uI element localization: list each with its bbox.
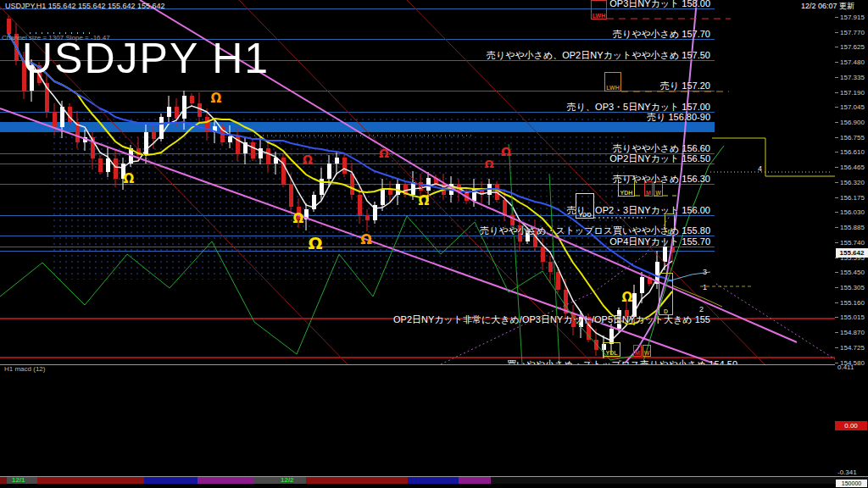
price-annotation: 売りやや小さめ 156.30 — [613, 173, 710, 186]
candle-body — [640, 277, 644, 293]
price-axis-label: 156.755 — [840, 134, 865, 141]
candle-body — [663, 247, 667, 262]
axis-tick — [835, 92, 838, 93]
session-segment — [198, 477, 253, 484]
price-annotation: 買いやや小さめ・ストップロス売りやや小さめ 154.50 — [507, 358, 737, 364]
signal-marker-omega: Ω — [308, 233, 322, 253]
candle-body — [365, 215, 370, 220]
pivot-box-w: W — [643, 345, 651, 357]
candle-body — [53, 112, 57, 127]
macd-indicator-label: H1 macd (12) — [4, 365, 45, 373]
axis-tick — [835, 272, 838, 273]
price-annotation: 売り 157.20 — [660, 80, 710, 92]
price-axis[interactable]: 157.915157.770157.625157.480157.335157.1… — [835, 0, 868, 476]
wave-count-label: 1 — [703, 283, 707, 291]
wave-count-label: 3 — [703, 268, 707, 276]
signal-marker-omega: Ω — [124, 171, 135, 186]
session-segment — [459, 477, 491, 484]
price-annotation: OP2日NYカット非常に大きめ/OP3日NYカット/OP5日NYカット大きめ 1… — [393, 313, 710, 326]
dotted-pink-right — [716, 284, 835, 359]
signal-marker-omega: Ω — [303, 152, 313, 166]
date-label-12-1: 12/1 — [12, 477, 25, 484]
candle-body — [190, 96, 194, 103]
axis-tick — [835, 122, 838, 123]
candle-body — [381, 189, 385, 205]
price-axis-label: 155.160 — [840, 299, 865, 307]
price-axis-label: 155.305 — [840, 284, 865, 291]
macd-scale-top: 0.411 — [837, 363, 854, 371]
session-segment — [408, 477, 459, 484]
price-axis-label: 156.465 — [840, 164, 865, 171]
axis-tick — [835, 227, 838, 228]
pane-separator-bottom — [0, 476, 868, 477]
price-chart-pane[interactable]: ΩΩΩΩΩΩΩΩΩΩΩ USDJPY H1 USDJPY,H1 155.642 … — [0, 0, 868, 364]
candle-body — [198, 103, 202, 117]
axis-tick — [835, 137, 838, 138]
candle-body — [281, 158, 286, 184]
axis-tick — [835, 47, 838, 47]
candle-body — [266, 148, 270, 164]
macd-current-value-badge: 0.00 — [835, 421, 867, 430]
price-annotation: 売りやや小さめ、OP2日NYカットやや小さめ 157.50 — [487, 49, 710, 62]
price-axis-label: 155.450 — [840, 269, 865, 276]
price-axis-label: 155.015 — [840, 313, 865, 321]
price-axis-label: 157.915 — [840, 14, 865, 21]
candle-body — [327, 164, 331, 179]
wave-count-label: 4 — [758, 164, 762, 173]
price-axis-label: 157.045 — [840, 103, 865, 111]
axis-tick — [835, 77, 838, 78]
price-annotation: 売り、OP2・3日NYカット 156.00 — [567, 204, 710, 217]
price-axis-label: 155.740 — [840, 239, 865, 247]
price-axis-label: 156.320 — [840, 179, 865, 186]
candle-body — [426, 178, 431, 191]
price-axis-label: 154.725 — [840, 344, 865, 352]
price-axis-label: 157.190 — [840, 89, 865, 97]
price-axis-label: 156.030 — [840, 208, 865, 216]
candle-body — [358, 195, 362, 215]
session-segment — [144, 477, 198, 484]
axis-tick — [835, 242, 838, 243]
price-axis-label: 156.175 — [840, 194, 865, 202]
axis-tick — [835, 197, 838, 198]
signal-marker-omega: Ω — [293, 211, 304, 226]
price-axis-label: 157.770 — [840, 29, 865, 36]
axis-tick — [835, 17, 838, 18]
axis-tick — [835, 258, 838, 258]
axis-tick — [835, 152, 838, 152]
price-annotation: OP3日NYカット 158.00 — [609, 0, 710, 10]
candle-body — [556, 272, 560, 290]
time-axis-session-bar[interactable]: 12/1 12/2 — [0, 476, 868, 488]
price-annotation: OP4日NYカット 155.70 — [609, 236, 710, 248]
session-segment — [253, 477, 306, 484]
axis-tick — [835, 62, 838, 63]
signal-marker-omega: Ω — [379, 147, 389, 160]
pivot-box-lwh: LWH — [604, 72, 621, 92]
candle-body — [548, 262, 553, 272]
candle-body — [289, 184, 293, 207]
candle-body — [350, 174, 354, 195]
pane-separator-top[interactable] — [0, 364, 868, 365]
signal-marker-omega: Ω — [419, 193, 430, 208]
wave-count-label: 2 — [699, 305, 704, 313]
signal-marker-omega: Ω — [501, 145, 511, 158]
macd-scale-bottom: -0.341 — [837, 469, 857, 476]
candle-body — [251, 142, 255, 158]
date-label-12-2: 12/2 — [281, 477, 294, 484]
axis-tick — [835, 107, 838, 108]
trading-app-window: ΩΩΩΩΩΩΩΩΩΩΩ USDJPY H1 USDJPY,H1 155.642 … — [0, 0, 868, 488]
axis-tick — [835, 212, 838, 213]
corner-value-box: 150000 — [836, 480, 867, 487]
candle-body — [182, 96, 186, 119]
price-annotation: 売り 156.80-90 — [647, 111, 710, 124]
candle-body — [228, 136, 232, 142]
candle-body — [342, 158, 347, 174]
axis-tick — [835, 347, 838, 348]
candle-body — [503, 200, 507, 215]
session-segment — [491, 477, 868, 484]
axis-tick — [835, 302, 838, 303]
axis-tick — [835, 167, 838, 168]
candle-body — [167, 107, 171, 117]
updated-timestamp: 12/2 06:07 更新 — [801, 1, 854, 12]
signal-marker-omega: Ω — [360, 231, 372, 247]
session-segment — [0, 477, 7, 484]
